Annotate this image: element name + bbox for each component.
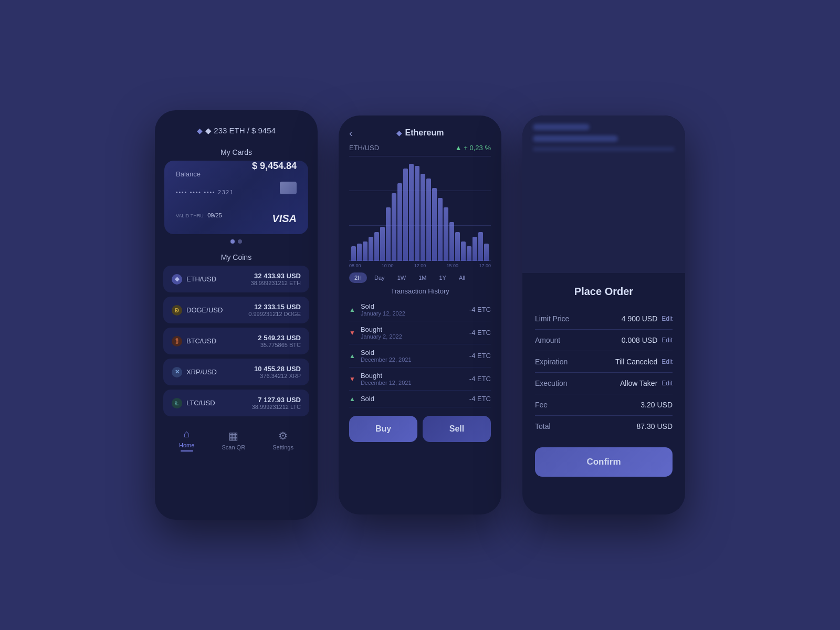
my-coins-title: My Coins [155,246,318,266]
chart-bars-container [349,161,491,261]
list-item[interactable]: Ð DOGE/USD 12 333.15 USD 0.999231212 DOG… [163,297,309,323]
period-1m[interactable]: 1M [413,272,432,283]
tx-row-3: ▲ Sold December 22, 2021 -4 ETC [349,344,491,368]
chart-bar [478,232,483,261]
up-arrow-icon: ▲ [349,352,355,360]
list-item[interactable]: ✕ XRP/USD 10 455.28 USD 376.34212 XRP [163,359,309,385]
nav-scan-qr[interactable]: ▦ Scan QR [222,429,245,450]
home-icon: ⌂ [184,428,190,440]
chart-bar [415,166,419,261]
tx-amount: -4 ETC [469,329,491,337]
card-balance-value: $ 9,454.84 [252,161,297,172]
chart-bar [392,193,396,261]
back-button[interactable]: ‹ [349,127,353,139]
card-brand: VISA [272,213,297,225]
list-item[interactable]: ◆ ETH/USD 32 433.93 USD 38.999231212 ETH [163,266,309,292]
tx-row-2: ▼ Bought January 2, 2022 -4 ETC [349,321,491,344]
trading-pair: ETH/USD [349,144,379,152]
nav-home[interactable]: ⌂ Home [179,428,194,452]
expiration-edit[interactable]: Edit [662,358,673,365]
tx-row-4: ▼ Bought December 12, 2021 -4 ETC [349,368,491,391]
btc-icon: ₿ [172,336,182,346]
coin-values-btc: 2 549.23 USD 35.775865 BTC [258,334,301,348]
chart-bar [455,232,460,261]
list-item[interactable]: ₿ BTC/USD 2 549.23 USD 35.775865 BTC [163,328,309,354]
eth-diamond-icon: ◆ [197,127,203,135]
doge-icon: Ð [172,305,182,316]
tx-row-1: ▲ Sold January 12, 2022 -4 ETC [349,298,491,321]
chart-bar [357,244,362,261]
price-chart: $20 000 $15 000 $10 000 $5 000 [349,156,491,261]
nav-scan-label: Scan QR [222,444,245,450]
up-arrow-icon: ▲ [349,395,355,403]
coin-name-doge: Ð DOGE/USD [172,305,223,316]
chart-bar [380,227,385,261]
tx-date: January 2, 2022 [361,333,402,340]
buy-button[interactable]: Buy [349,416,417,442]
down-arrow-icon: ▼ [349,375,355,383]
card-chip-icon [280,182,297,194]
nav-settings-label: Settings [272,444,293,450]
fee-label: Fee [535,401,548,409]
coin-values-xrp: 10 455.28 USD 376.34212 XRP [254,365,301,379]
price-change: ▲ + 0,23 % [455,144,491,152]
period-all[interactable]: All [454,272,470,283]
limit-price-edit[interactable]: Edit [662,315,673,322]
total-label: Total [535,422,551,430]
list-item[interactable]: Ł LTC/USD 7 127.93 USD 38.999231212 LTC [163,390,309,416]
my-cards-title: My Cards [155,141,318,161]
p3-chart-area [522,116,685,273]
chart-bar [374,232,379,261]
chart-bar [397,183,402,261]
amount-label: Amount [535,336,560,344]
tx-type: Sold [361,349,412,356]
sell-button[interactable]: Sell [423,416,491,442]
chart-bar [386,207,391,261]
confirm-button[interactable]: Confirm [535,447,673,477]
p1-header: ◆ ◆ 233 ETH / $ 9454 [155,110,318,141]
chart-bar [432,188,437,261]
period-1y[interactable]: 1Y [434,272,451,283]
coin-values-eth: 32 433.93 USD 38.999231212 ETH [251,272,301,286]
up-arrow-icon: ▲ [349,306,355,313]
coin-title-wrap: ◆ Ethereum [396,128,444,138]
amount-edit[interactable]: Edit [662,337,673,344]
coin-name-xrp: ✕ XRP/USD [172,367,217,377]
card-balance-label: Balance [176,170,201,178]
execution-edit[interactable]: Edit [662,380,673,387]
total-value: 87.30 USD [637,422,673,430]
chart-grid-top: $20 000 [349,156,491,156]
chart-bar [438,198,443,261]
chart-bar [351,246,356,261]
coin-values-ltc: 7 127.93 USD 38.999231212 LTC [252,396,301,410]
fee-value: 3.20 USD [640,401,673,409]
nav-home-label: Home [179,442,194,448]
nav-settings[interactable]: ⚙ Settings [272,429,293,450]
chart-bar [472,237,477,261]
coin-name-eth: ◆ ETH/USD [172,274,216,285]
ltc-icon: Ł [172,398,182,408]
fee-row: Fee 3.20 USD [535,394,673,416]
period-1w[interactable]: 1W [392,272,412,283]
blurred-chart [522,116,685,273]
p2-header: ‹ ◆ Ethereum [339,116,501,142]
limit-price-value: 4 900 USD [622,314,657,323]
tx-date: December 12, 2021 [361,380,412,386]
chart-bar [484,244,489,261]
eth-balance: ◆ ◆ 233 ETH / $ 9454 [165,126,307,135]
phones-container: ◆ ◆ 233 ETH / $ 9454 My Cards Balance $ … [155,110,685,520]
tx-row-5: ▲ Sold -4 ETC [349,391,491,407]
tx-type: Sold [361,302,405,310]
settings-icon: ⚙ [278,429,288,442]
tx-amount: -4 ETC [469,352,491,360]
period-tabs: 2H Day 1W 1M 1Y All [339,270,501,285]
tx-history-title: Transaction History [339,287,501,295]
expiration-row: Expiration Till Canceled Edit [535,351,673,373]
time-axis: 08:00 10:00 12:00 15:00 17:00 [339,261,501,270]
period-2h[interactable]: 2H [349,272,367,283]
period-day[interactable]: Day [369,272,390,283]
chart-bar [426,178,431,261]
coin-name-btc: ₿ BTC/USD [172,336,216,346]
chart-bar [403,169,408,261]
tx-amount: -4 ETC [469,395,491,403]
